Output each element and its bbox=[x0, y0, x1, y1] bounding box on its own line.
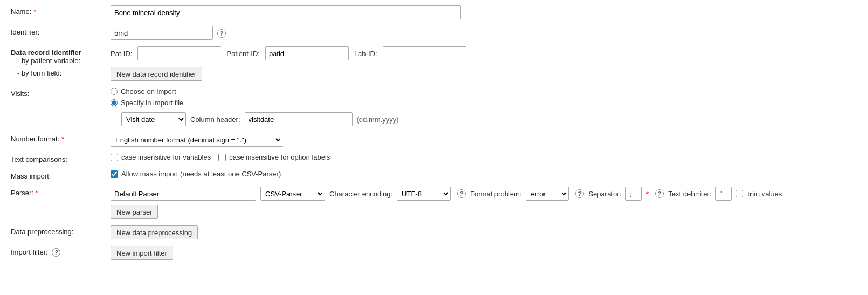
separator-help-icon[interactable]: ? bbox=[655, 189, 664, 198]
case-insensitive-labels-label: case insensitive for option labels bbox=[229, 153, 330, 161]
pat-id-label: Pat-ID: bbox=[111, 50, 132, 58]
format-problem-help-icon[interactable]: ? bbox=[575, 189, 584, 198]
patient-id-input[interactable] bbox=[265, 46, 349, 60]
allow-mass-import-checkbox[interactable] bbox=[111, 170, 118, 178]
column-header-label: Column header: bbox=[190, 115, 240, 124]
number-format-select[interactable]: English number format (decimal sign = ".… bbox=[111, 133, 283, 147]
column-header-input[interactable] bbox=[245, 112, 353, 126]
case-insensitive-variables-label: case insensitive for variables bbox=[121, 153, 211, 161]
visits-container: Choose on import Specify in import file … bbox=[111, 87, 857, 126]
patient-id-label: Patient-ID: bbox=[226, 50, 259, 58]
import-filter-label: Import filter: ? bbox=[11, 246, 111, 257]
lab-id-label: Lab-ID: bbox=[354, 50, 377, 58]
text-comparisons-container: case insensitive for variables case inse… bbox=[111, 153, 857, 163]
format-problem-select[interactable]: error warning ignore bbox=[526, 187, 569, 201]
data-record-label: Data record identifier - by patient vari… bbox=[11, 46, 111, 65]
separator-label: Separator: bbox=[588, 190, 621, 198]
import-filter-container: New import filter bbox=[111, 246, 857, 260]
data-preprocessing-container: New data preprocessing bbox=[111, 225, 857, 239]
specify-in-import-file-label: Specify in import file bbox=[121, 99, 183, 107]
format-problem-label: Format problem: bbox=[470, 190, 521, 198]
case-insensitive-variables-checkbox[interactable] bbox=[111, 154, 118, 161]
date-format-hint: (dd.mm.yyyy) bbox=[357, 115, 399, 124]
separator-asterisk: * bbox=[646, 190, 649, 198]
new-data-record-identifier-button[interactable]: New data record identifier bbox=[111, 67, 202, 81]
csv-parser-select[interactable]: CSV-Parser bbox=[260, 187, 325, 201]
name-input[interactable] bbox=[111, 5, 461, 19]
mass-import-label: Mass import: bbox=[11, 170, 111, 180]
separator-input[interactable] bbox=[625, 187, 642, 201]
number-format-container: English number format (decimal sign = ".… bbox=[111, 133, 857, 147]
allow-mass-import-label: Allow mass import (needs at least one CS… bbox=[121, 170, 281, 178]
identifier-help-icon[interactable]: ? bbox=[217, 29, 226, 38]
name-label: Name: * bbox=[11, 5, 111, 16]
trim-values-label: trim values bbox=[748, 190, 782, 198]
choose-on-import-label: Choose on import bbox=[121, 87, 176, 95]
identifier-label: Identifier: bbox=[11, 26, 111, 36]
lab-id-input[interactable] bbox=[383, 46, 466, 60]
character-encoding-label: Character encoding: bbox=[329, 190, 392, 198]
choose-on-import-radio[interactable] bbox=[111, 88, 118, 95]
character-encoding-help-icon[interactable]: ? bbox=[457, 189, 466, 198]
name-field-container bbox=[111, 5, 857, 19]
new-import-filter-button[interactable]: New import filter bbox=[111, 246, 173, 260]
visits-label: Visits: bbox=[11, 87, 111, 98]
default-parser-input[interactable] bbox=[111, 187, 256, 201]
visit-date-select[interactable]: Visit date Visit name Visit number bbox=[121, 112, 186, 126]
identifier-field-container: ? bbox=[111, 26, 857, 40]
identifier-input[interactable] bbox=[111, 26, 213, 40]
by-form-field-label: - by form field: bbox=[11, 67, 111, 77]
parser-container: CSV-Parser Character encoding: UTF-8 ISO… bbox=[111, 187, 857, 219]
new-data-preprocessing-button[interactable]: New data preprocessing bbox=[111, 225, 198, 239]
data-preprocessing-label: Data preprocessing: bbox=[11, 225, 111, 236]
mass-import-container: Allow mass import (needs at least one CS… bbox=[111, 170, 857, 180]
new-parser-button[interactable]: New parser bbox=[111, 205, 158, 219]
parser-label: Parser: * bbox=[11, 187, 111, 197]
case-insensitive-labels-checkbox[interactable] bbox=[218, 154, 226, 161]
specify-in-import-file-radio[interactable] bbox=[111, 99, 118, 106]
pat-id-input[interactable] bbox=[137, 46, 221, 60]
import-filter-help-icon[interactable]: ? bbox=[52, 248, 60, 257]
character-encoding-select[interactable]: UTF-8 ISO-8859-1 UTF-16 bbox=[397, 187, 451, 201]
text-comparisons-label: Text comparisons: bbox=[11, 153, 111, 163]
text-delimiter-label: Text delimiter: bbox=[668, 190, 711, 198]
data-record-container: Pat-ID: Patient-ID: Lab-ID: bbox=[111, 46, 857, 65]
trim-values-checkbox[interactable] bbox=[736, 190, 743, 197]
number-format-label: Number format: * bbox=[11, 133, 111, 143]
text-delimiter-input[interactable] bbox=[715, 187, 732, 201]
